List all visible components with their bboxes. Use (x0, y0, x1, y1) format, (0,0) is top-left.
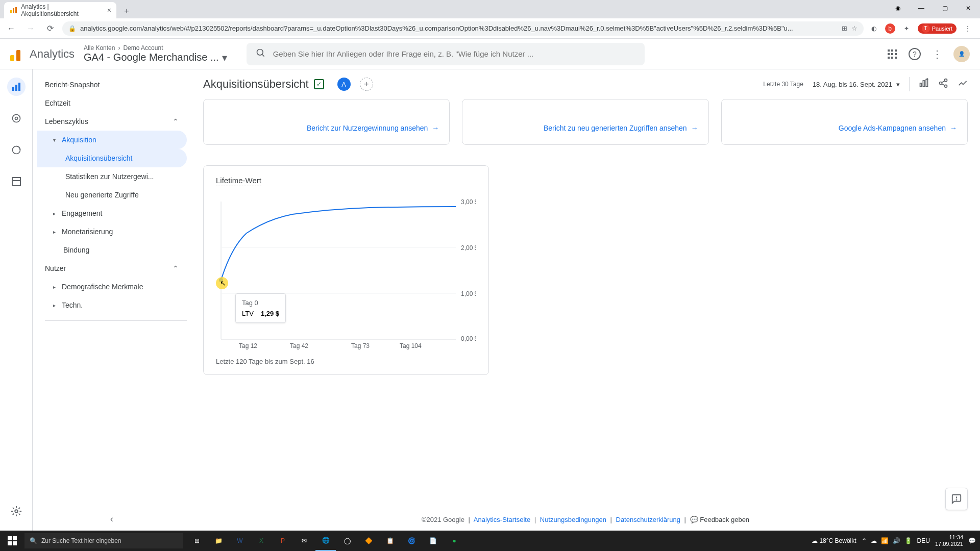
svg-text:1,00 $: 1,00 $ (461, 290, 476, 297)
wifi-icon[interactable]: 📶 (881, 537, 889, 544)
date-range-picker[interactable]: 18. Aug. bis 16. Sept. 2021 ▾ (813, 81, 900, 88)
app-icon[interactable]: 🔶 (358, 531, 379, 551)
extension-icon[interactable]: b (885, 23, 895, 34)
app-icon[interactable]: 📄 (423, 531, 443, 551)
close-tab-icon[interactable]: × (107, 6, 111, 14)
ltv-chart[interactable]: 3,00 $ 2,00 $ 1,00 $ 0,00 $ Tag 12 Tag 4… (216, 196, 476, 349)
close-window-button[interactable]: ✕ (957, 0, 980, 16)
segment-badge[interactable]: A (337, 78, 351, 91)
notifications-icon[interactable]: 💬 (968, 537, 976, 544)
search-input[interactable] (273, 49, 635, 58)
search-icon: 🔍 (30, 537, 37, 544)
browser-tab[interactable]: Analytics | Akquisitionsübersicht × (4, 2, 116, 18)
footer-link-home[interactable]: Analytics-Startseite (474, 516, 530, 523)
sidebar-section-user[interactable]: Nutzer⌃ (37, 259, 187, 278)
forward-button[interactable]: → (23, 21, 38, 36)
help-icon[interactable]: ? (909, 48, 921, 60)
ga-logo[interactable]: Analytics (10, 47, 75, 61)
taskbar-search[interactable]: 🔍 Zur Suche Text hier eingeben (24, 533, 183, 548)
sidebar-section-lifecycle[interactable]: Lebenszyklus⌃ (37, 112, 187, 131)
breadcrumb[interactable]: Alle Konten › Demo Account GA4 - Google … (84, 44, 227, 64)
explore-icon[interactable] (7, 109, 26, 128)
mail-icon[interactable]: ✉ (294, 531, 314, 551)
feedback-fab[interactable] (945, 488, 968, 510)
chrome-icon[interactable]: 🌐 (315, 531, 336, 551)
customize-icon[interactable] (919, 78, 929, 91)
start-button[interactable] (0, 536, 24, 545)
svg-rect-14 (12, 87, 14, 91)
excel-icon[interactable]: X (251, 531, 272, 551)
add-comparison-button[interactable]: + (360, 78, 373, 91)
edge-icon[interactable]: 🌀 (401, 531, 422, 551)
dropdown-icon[interactable]: ▾ (222, 52, 227, 64)
app-icon[interactable]: ◯ (337, 531, 357, 551)
qr-icon[interactable]: ⊞ (842, 24, 847, 32)
arrow-right-icon: → (691, 124, 698, 132)
onedrive-icon[interactable]: ☁ (871, 537, 877, 544)
footer-link-privacy[interactable]: Datenschutzerklärung (616, 516, 680, 523)
card-link[interactable]: Google Ads-Kampagnen ansehen → (839, 119, 957, 137)
svg-rect-6 (891, 49, 893, 52)
back-button[interactable]: ← (4, 21, 18, 36)
minimize-button[interactable]: — (910, 0, 933, 16)
chrome-menu-icon[interactable]: ⋮ (963, 23, 973, 34)
avatar[interactable]: 👤 (953, 46, 970, 62)
new-tab-button[interactable]: + (119, 4, 134, 18)
bookmark-icon[interactable]: ☆ (851, 24, 857, 32)
system-tray[interactable]: ⌃ ☁ 📶 🔊 🔋 (862, 537, 912, 544)
advertising-icon[interactable] (7, 141, 26, 159)
url-field[interactable]: 🔒 analytics.google.com/analytics/web/#/p… (62, 21, 864, 36)
collapse-sidebar-button[interactable]: ‹ (110, 514, 113, 524)
insights-icon[interactable] (958, 78, 968, 91)
language-indicator[interactable]: DEU (917, 537, 930, 544)
tray-chevron-icon[interactable]: ⌃ (862, 537, 867, 544)
configure-icon[interactable] (7, 172, 26, 191)
maximize-button[interactable]: ▢ (933, 0, 957, 16)
svg-rect-1 (13, 8, 14, 13)
search-box[interactable] (247, 43, 645, 65)
incognito-icon[interactable]: ◉ (886, 0, 910, 16)
card-link[interactable]: Bericht zu neu generierten Zugriffen ans… (544, 119, 698, 137)
report-body: Bericht zur Nutzergewinnung ansehen → Be… (191, 99, 980, 509)
sidebar-item-demographics[interactable]: ▸Demografische Merkmale (37, 278, 187, 296)
word-icon[interactable]: W (230, 531, 250, 551)
svg-point-28 (945, 85, 947, 87)
sidebar-item-acq-overview[interactable]: Akquisitionsübersicht (37, 149, 187, 167)
card-link[interactable]: Bericht zur Nutzergewinnung ansehen → (307, 119, 439, 137)
task-view-icon[interactable]: ⊞ (187, 531, 207, 551)
footer-link-feedback[interactable]: Feedback geben (700, 516, 749, 523)
powerpoint-icon[interactable]: P (273, 531, 293, 551)
app-icon[interactable]: 📋 (380, 531, 400, 551)
sidebar-item-snapshot[interactable]: Bericht-Snapshot (37, 76, 187, 94)
explorer-icon[interactable]: 📁 (208, 531, 229, 551)
kebab-menu-icon[interactable]: ⋮ (930, 47, 944, 61)
clock[interactable]: 11:34 17.09.2021 (935, 534, 963, 547)
chevron-up-icon: ⌃ (173, 117, 179, 126)
reload-button[interactable]: ⟳ (43, 21, 57, 36)
caret-right-icon: ▸ (53, 284, 56, 290)
sidebar-item-realtime[interactable]: Echtzeit (37, 94, 187, 112)
sidebar-item-acq-user[interactable]: Statistiken zur Nutzergewi... (37, 167, 187, 186)
weather-widget[interactable]: ☁ 18°C Bewölkt (812, 537, 856, 544)
share-icon[interactable] (938, 78, 948, 91)
sidebar-item-acquisition[interactable]: ▾Akquisition (37, 131, 187, 149)
extensions-menu-icon[interactable]: ✦ (901, 23, 912, 34)
sidebar-item-acq-traffic[interactable]: Neu generierte Zugriffe (37, 186, 187, 204)
chevron-up-icon: ⌃ (173, 264, 179, 272)
reports-icon[interactable] (7, 78, 26, 96)
spotify-icon[interactable]: ● (444, 531, 464, 551)
svg-text:Tag 104: Tag 104 (400, 342, 422, 349)
apps-icon[interactable] (885, 47, 899, 61)
sidebar-item-tech[interactable]: ▸Techn. (37, 296, 187, 314)
arrow-right-icon: → (432, 124, 439, 132)
footer-link-terms[interactable]: Nutzungsbedingungen (540, 516, 606, 523)
settings-icon[interactable] (7, 502, 26, 520)
profile-badge[interactable]: T Pausiert (918, 23, 957, 34)
svg-rect-23 (920, 83, 922, 87)
sidebar-item-engagement[interactable]: ▸Engagement (37, 204, 187, 222)
volume-icon[interactable]: 🔊 (893, 537, 900, 544)
battery-icon[interactable]: 🔋 (904, 537, 912, 544)
extension-icon[interactable]: ◐ (869, 23, 879, 34)
sidebar-item-monetization[interactable]: ▸Monetarisierung (37, 222, 187, 241)
sidebar-item-retention[interactable]: Bindung (37, 241, 187, 259)
